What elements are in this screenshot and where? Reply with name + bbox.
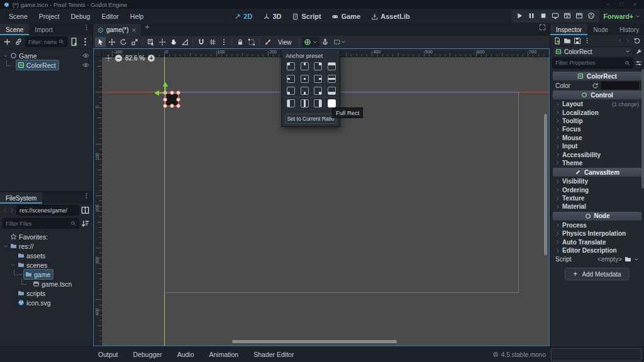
tab-inspector[interactable]: Inspector <box>550 24 587 35</box>
anchor-preset-top-wide[interactable] <box>328 62 336 70</box>
anchor-preset-hcenter-wide[interactable] <box>328 75 336 83</box>
group-ordering[interactable]: Ordering <box>552 186 643 194</box>
split-view-button[interactable] <box>80 206 90 215</box>
load-resource-button[interactable] <box>564 37 571 45</box>
anchor-preset-bottom-left[interactable] <box>287 87 295 95</box>
scale-mode-button[interactable] <box>129 37 140 47</box>
tree-item-favorites-[interactable]: Favorites: <box>0 232 92 241</box>
pan-mode-button[interactable] <box>168 37 179 47</box>
rotate-mode-button[interactable] <box>118 37 128 47</box>
anchor-preset-button[interactable] <box>302 37 319 47</box>
visibility-eye-icon[interactable] <box>82 62 89 69</box>
distraction-free-button[interactable] <box>535 24 550 31</box>
zoom-out-button[interactable]: − <box>115 55 122 62</box>
current-path[interactable]: res://scenes/game/ <box>16 205 79 216</box>
zoom-level[interactable]: 82.6 % <box>125 55 145 62</box>
filesystem-menu-button[interactable] <box>80 192 92 199</box>
renderer-selector[interactable]: Forward+ <box>603 13 640 20</box>
run-current-scene-button[interactable] <box>564 12 571 21</box>
object-selector[interactable]: ColorRect <box>552 47 633 57</box>
minimize-button[interactable]: − <box>606 0 609 9</box>
group-accessibility[interactable]: Accessibility <box>552 150 643 158</box>
bottom-panel-debugger[interactable]: Debugger <box>133 351 162 358</box>
select-mode-button[interactable] <box>95 37 106 47</box>
group-localization[interactable]: Localization <box>552 108 643 116</box>
tab-filesystem[interactable]: FileSystem <box>0 192 42 204</box>
horizontal-scrollbar[interactable] <box>232 340 397 343</box>
sort-files-button[interactable] <box>80 219 90 228</box>
selection-handle[interactable] <box>176 104 180 108</box>
anchor-preset-top-center[interactable] <box>301 62 309 70</box>
lock-node-button[interactable] <box>235 37 245 47</box>
movie-maker-mode-button[interactable] <box>587 12 595 21</box>
close-tab-icon[interactable] <box>131 28 136 33</box>
add-metadata-button[interactable]: +Add Metadata <box>565 268 629 280</box>
group-node-button[interactable] <box>246 37 257 47</box>
menu-scene[interactable]: Scene <box>4 11 33 22</box>
anchor-preset-bottom-right[interactable] <box>314 87 322 95</box>
anchor-preset-vcenter-wide[interactable] <box>301 99 309 107</box>
group-physics-interpolation[interactable]: Physics Interpolation <box>552 229 643 238</box>
instantiate-scene-button[interactable] <box>14 37 23 47</box>
history-back-button[interactable] <box>617 38 623 43</box>
collapse-arrow-icon[interactable] <box>3 53 9 58</box>
script-value[interactable]: <empty> <box>597 256 622 263</box>
set-current-ratio-button[interactable]: Set to Current Ratio <box>285 114 336 124</box>
property-filter-input[interactable]: Filter Properties <box>552 58 633 69</box>
anchor-preset-right-wide[interactable] <box>314 99 322 107</box>
property-options-button[interactable] <box>635 60 642 67</box>
attach-script-button[interactable] <box>69 37 79 47</box>
tree-item-icon-svg[interactable]: icon.svg <box>0 298 92 307</box>
tree-item-scripts[interactable]: scripts <box>0 288 92 298</box>
menu-help[interactable]: Help <box>125 11 149 22</box>
switch-3d[interactable]: 3D <box>263 13 281 20</box>
new-scene-tab-button[interactable] <box>141 24 153 30</box>
tree-item-game-tscn[interactable]: game.tscn <box>0 279 92 288</box>
group-layout[interactable]: Layout(1 change) <box>552 100 643 108</box>
object-history-button[interactable] <box>633 37 641 45</box>
pivot-mode-button[interactable] <box>157 37 167 47</box>
selection-handle[interactable] <box>176 97 180 102</box>
tree-item-res-[interactable]: res:// <box>0 241 92 251</box>
group-texture[interactable]: Texture <box>552 194 643 202</box>
color-swatch[interactable] <box>601 82 639 89</box>
history-back-button[interactable] <box>3 207 8 213</box>
anchor-preset-top-right[interactable] <box>314 62 322 70</box>
vertical-scrollbar[interactable] <box>544 114 547 255</box>
group-focus[interactable]: Focus <box>552 125 643 133</box>
anchor-mode-button[interactable] <box>320 37 331 47</box>
anchor-preset-left-wide[interactable] <box>287 99 295 107</box>
group-input[interactable]: Input <box>552 142 643 150</box>
history-forward-button[interactable] <box>9 207 15 213</box>
snap-options-button[interactable] <box>218 37 229 47</box>
anchor-preset-bottom-center[interactable] <box>301 87 309 95</box>
collapse-arrow-icon[interactable] <box>10 263 16 268</box>
zoom-in-button[interactable]: + <box>148 55 155 62</box>
save-resource-button[interactable] <box>574 37 581 45</box>
switch-game[interactable]: Game <box>332 13 361 20</box>
history-forward-button[interactable] <box>625 38 631 43</box>
play-button[interactable] <box>516 12 523 21</box>
bottom-panel-shader-editor[interactable]: Shader Editor <box>253 351 294 358</box>
anchor-preset-center-left[interactable] <box>287 75 295 83</box>
scene-filter-input[interactable]: Filter: name, t:t <box>25 36 67 47</box>
skeleton-options-button[interactable] <box>262 37 273 47</box>
list-select-mode-button[interactable] <box>145 37 156 47</box>
group-material[interactable]: Material <box>552 202 643 211</box>
run-remote-debug-button[interactable] <box>552 12 559 21</box>
grid-snap-button[interactable] <box>207 37 218 47</box>
menu-editor[interactable]: Editor <box>96 11 123 22</box>
anchor-preset-top-left[interactable] <box>287 62 295 70</box>
selection-handle[interactable] <box>176 90 180 95</box>
scene-tab-game[interactable]: game(*) <box>93 24 141 36</box>
tab-scene[interactable]: Scene <box>0 24 29 35</box>
new-resource-button[interactable] <box>553 37 561 45</box>
tab-history[interactable]: History <box>614 24 644 35</box>
run-specific-scene-button[interactable] <box>575 12 583 21</box>
filesystem-filter-input[interactable]: Filter Files <box>3 218 79 229</box>
switch-script[interactable]: Script <box>292 13 321 20</box>
group-tooltip[interactable]: Tooltip <box>552 117 643 125</box>
ruler-mode-button[interactable] <box>179 37 190 47</box>
tree-item-game[interactable]: game <box>0 270 92 279</box>
selection-handle[interactable] <box>163 104 167 108</box>
